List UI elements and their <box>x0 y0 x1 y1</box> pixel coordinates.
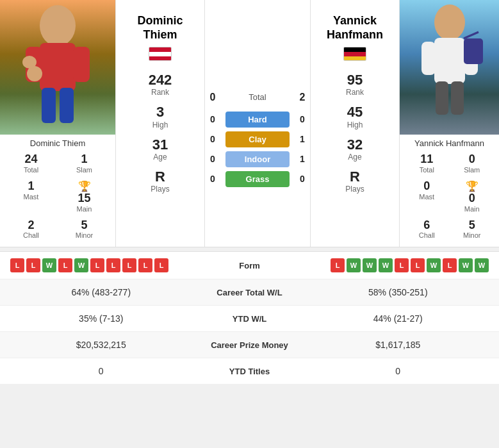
flag-black-stripe <box>344 47 366 52</box>
form-badge-w: W <box>459 258 473 272</box>
form-badge-l: L <box>331 258 345 272</box>
h2h-hard-right: 0 <box>295 114 310 124</box>
trophy-icon-right: 🏆 <box>466 181 479 192</box>
form-badge-l: L <box>10 258 24 272</box>
form-badges-left: LLWLWLLLLL <box>10 258 211 272</box>
court-hard-row: 0 Hard 0 <box>205 112 310 128</box>
ytd-titles-label: YTD Titles <box>192 367 307 376</box>
trophy-icon-left: 🏆 <box>78 181 91 192</box>
flag-right <box>343 47 366 61</box>
ytd-wl-right: 44% (21-27) <box>307 313 489 324</box>
player-stats-left: 24 Total 1 Slam 1 Mast 🏆 15 Main 2 <box>0 151 115 242</box>
court-indoor-btn[interactable]: Indoor <box>225 151 290 167</box>
h2h-grass-left: 0 <box>205 174 220 184</box>
flag-left <box>149 47 172 61</box>
age-block-right: 32 Age <box>329 137 380 162</box>
form-badge-l: L <box>395 258 409 272</box>
age-row-right: 32 Age <box>311 137 399 162</box>
h2h-hard-left: 0 <box>205 114 220 124</box>
stat-mast-left: 1 Mast <box>5 178 57 215</box>
flag-austria <box>149 47 172 61</box>
center-stats-right: Yannick Hanfmann 95 Rank 45 <box>311 0 399 247</box>
svg-rect-5 <box>60 88 74 123</box>
form-section: LLWLWLLLLL Form LWWWLLWLWW <box>0 251 499 279</box>
stat-minor-right: 5 Minor <box>450 217 495 242</box>
high-row-right: 45 High <box>311 104 399 129</box>
rank-row-left: 242 Rank <box>116 72 204 97</box>
form-badge-l: L <box>138 258 152 272</box>
plays-block-right: R Plays <box>329 169 380 194</box>
player-photo-left <box>0 0 115 135</box>
form-badge-w: W <box>347 258 361 272</box>
h2h-section: 0 Total 2 0 Hard 0 0 Clay 1 0 Indoor 1 <box>205 0 310 247</box>
svg-rect-1 <box>40 43 76 91</box>
career-total-right: 58% (350-251) <box>307 287 489 297</box>
player-name-left: Dominic Thiem <box>28 135 88 151</box>
stat-slam-left: 1 Slam <box>58 151 110 176</box>
high-block-right: 45 High <box>329 104 380 129</box>
prize-label: Career Prize Money <box>192 340 307 350</box>
svg-point-8 <box>434 4 465 40</box>
center-stats-left: Dominic Thiem 242 Rank 3 <box>116 0 204 247</box>
form-badge-w: W <box>363 258 377 272</box>
stat-total-right: 11 Total <box>405 151 449 176</box>
svg-rect-12 <box>436 81 448 115</box>
plays-row-right: R Plays <box>311 169 399 194</box>
svg-point-0 <box>40 5 76 46</box>
high-block-left: 3 High <box>135 104 186 129</box>
rank-row-right: 95 Rank <box>311 72 399 97</box>
h2h-total-left: 0 <box>205 92 220 103</box>
ytd-wl-row: 35% (7-13) YTD W/L 44% (21-27) <box>0 305 499 331</box>
court-grass-btn[interactable]: Grass <box>225 171 290 187</box>
svg-rect-14 <box>464 38 483 64</box>
stat-main-left: 🏆 15 Main <box>58 178 110 215</box>
court-clay-btn[interactable]: Clay <box>225 131 290 147</box>
form-badge-l: L <box>106 258 120 272</box>
court-clay-row: 0 Clay 1 <box>205 131 310 147</box>
svg-rect-3 <box>73 47 90 82</box>
player-photo-right <box>400 0 499 135</box>
form-label: Form <box>211 261 288 270</box>
ytd-titles-row: 0 YTD Titles 0 <box>0 358 499 384</box>
ytd-wl-left: 35% (7-13) <box>10 313 192 324</box>
player-title-left: Dominic Thiem <box>116 6 204 44</box>
player-stats-right: 11 Total 0 Slam 0 Mast 🏆 0 Main 6 <box>400 151 499 242</box>
player-card-left: Dominic Thiem 24 Total 1 Slam 1 Mast 🏆 1… <box>0 0 115 247</box>
ytd-titles-left: 0 <box>10 366 192 376</box>
svg-rect-9 <box>434 38 465 84</box>
age-row-left: 31 Age <box>116 137 204 162</box>
top-section: Dominic Thiem 24 Total 1 Slam 1 Mast 🏆 1… <box>0 0 499 247</box>
h2h-clay-right: 1 <box>295 134 310 144</box>
stat-mast-right: 0 Mast <box>405 178 449 215</box>
stat-total-left: 24 Total <box>5 151 57 176</box>
form-badge-w: W <box>379 258 393 272</box>
ytd-titles-right: 0 <box>307 366 489 376</box>
main-container: Dominic Thiem 24 Total 1 Slam 1 Mast 🏆 1… <box>0 0 499 384</box>
form-badge-l: L <box>58 258 72 272</box>
flag-red-stripe <box>344 52 366 56</box>
form-badge-l: L <box>26 258 40 272</box>
prize-row: $20,532,215 Career Prize Money $1,617,18… <box>0 331 499 358</box>
stat-slam-right: 0 Slam <box>450 151 495 176</box>
svg-rect-13 <box>451 81 464 115</box>
court-grass-row: 0 Grass 0 <box>205 171 310 187</box>
career-total-label: Career Total W/L <box>192 288 307 297</box>
player-card-right: Yannick Hanfmann 11 Total 0 Slam 0 Mast … <box>400 0 499 247</box>
h2h-total-label: Total <box>225 92 290 102</box>
form-badge-w: W <box>42 258 56 272</box>
form-badge-l: L <box>154 258 168 272</box>
stat-chall-right: 6 Chall <box>405 217 449 242</box>
form-badge-l: L <box>443 258 457 272</box>
h2h-total-right: 2 <box>295 92 310 103</box>
court-indoor-row: 0 Indoor 1 <box>205 151 310 167</box>
court-hard-btn[interactable]: Hard <box>225 112 290 128</box>
form-badge-l: L <box>90 258 104 272</box>
rank-block-left: 242 Rank <box>135 72 186 97</box>
total-h2h-row: 0 Total 2 <box>205 92 310 103</box>
svg-rect-4 <box>42 88 56 123</box>
flag-stripe-top <box>149 47 171 52</box>
career-total-row: 64% (483-277) Career Total W/L 58% (350-… <box>0 279 499 305</box>
player-silhouette-left <box>6 3 109 131</box>
flag-stripe-bot <box>149 56 171 61</box>
svg-point-7 <box>22 56 37 69</box>
